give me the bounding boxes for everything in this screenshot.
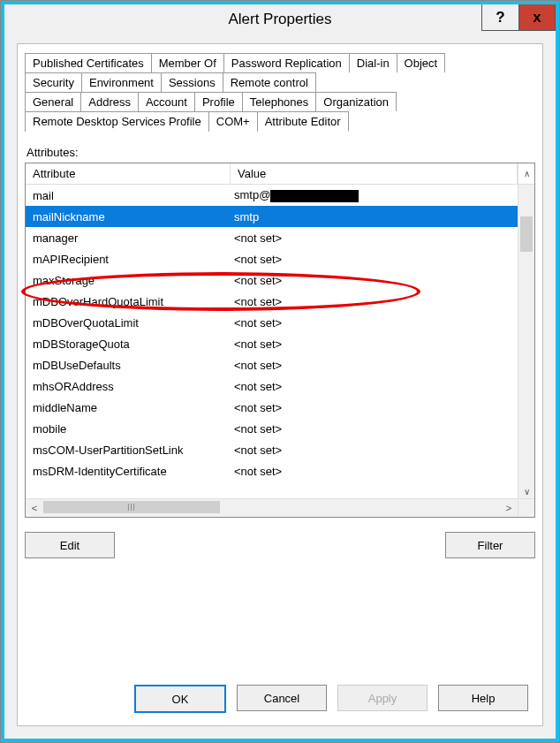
attributes-listview[interactable]: Attribute Value ∧ mailsmtp@mailNicknames… [25, 163, 535, 518]
tab-profile[interactable]: Profile [194, 92, 243, 111]
dialog-inner: Published Certificates Member Of Passwor… [17, 43, 543, 726]
cell-attribute: manager [26, 231, 231, 245]
cell-value: <not set> [231, 337, 518, 351]
tab-com-plus[interactable]: COM+ [208, 111, 258, 132]
cancel-button[interactable]: Cancel [237, 685, 327, 711]
dialog-buttons: OK Cancel Apply Help [25, 674, 535, 716]
tab-password-replication[interactable]: Password Replication [223, 53, 350, 72]
tab-security[interactable]: Security [25, 72, 82, 92]
hscroll-thumb[interactable]: lll [43, 501, 220, 513]
dialog-window: Alert Properties ? x Published Certifica… [1, 1, 559, 742]
cell-value: smtp@ [231, 188, 518, 202]
window-title: Alert Properties [4, 4, 556, 34]
tab-object[interactable]: Object [397, 53, 446, 72]
cell-value: <not set> [231, 231, 518, 245]
cell-attribute: mAPIRecipient [26, 253, 231, 266]
edit-button[interactable]: Edit [25, 532, 115, 558]
cell-attribute: maxStorage [26, 274, 231, 287]
content-area: Published Certificates Member Of Passwor… [4, 34, 556, 739]
cell-value: <not set> [231, 253, 518, 266]
vscroll-thumb[interactable] [520, 216, 533, 252]
table-row[interactable]: manager<not set> [26, 227, 518, 248]
horizontal-scrollbar[interactable]: < lll > [26, 498, 534, 517]
column-header-attribute[interactable]: Attribute [26, 163, 231, 184]
cell-value: <not set> [231, 359, 518, 372]
table-row[interactable]: mDBOverQuotaLimit<not set> [26, 312, 518, 333]
listview-rows: mailsmtp@mailNicknamesmtpmanager<not set… [26, 185, 518, 499]
scroll-left-icon[interactable]: < [26, 499, 43, 517]
cell-attribute: msCOM-UserPartitionSetLink [26, 444, 231, 457]
listview-body: mailsmtp@mailNicknamesmtpmanager<not set… [26, 185, 534, 517]
tab-account[interactable]: Account [138, 92, 195, 111]
cell-attribute: mailNickname [26, 210, 231, 224]
cell-value: <not set> [231, 380, 518, 393]
title-buttons: ? x [481, 4, 556, 31]
tab-member-of[interactable]: Member Of [151, 53, 224, 72]
table-row[interactable]: maxStorage<not set> [26, 269, 518, 291]
tab-strip: Published Certificates Member Of Passwor… [25, 53, 535, 132]
table-row[interactable]: middleName<not set> [26, 397, 518, 418]
cell-attribute: mDBOverQuotaLimit [26, 316, 231, 330]
attributes-label: Attributes: [26, 146, 535, 159]
cell-value: smtp [231, 210, 518, 224]
tab-remote-control[interactable]: Remote control [223, 72, 316, 92]
scroll-right-icon[interactable]: > [500, 499, 518, 517]
cell-attribute: mDBOverHardQuotaLimit [26, 295, 231, 308]
filter-button[interactable]: Filter [445, 532, 535, 558]
cell-value: <not set> [231, 444, 518, 457]
close-button[interactable]: x [518, 4, 556, 31]
scroll-corner [518, 499, 534, 517]
tab-rds-profile[interactable]: Remote Desktop Services Profile [25, 111, 209, 132]
vertical-scrollbar[interactable]: ∨ [518, 185, 534, 499]
tab-general[interactable]: General [25, 92, 81, 111]
table-row[interactable]: msDRM-IdentityCertificate<not set> [26, 460, 518, 481]
cell-attribute: middleName [26, 401, 231, 414]
table-row[interactable]: mDBStorageQuota<not set> [26, 333, 518, 354]
cell-attribute: mDBUseDefaults [26, 359, 231, 372]
ok-button[interactable]: OK [134, 685, 226, 713]
tab-environment[interactable]: Environment [81, 72, 162, 92]
help-button-bottom[interactable]: Help [438, 685, 528, 711]
table-row[interactable]: mailNicknamesmtp [26, 206, 518, 227]
table-row[interactable]: mAPIRecipient<not set> [26, 248, 518, 269]
cell-attribute: mDBStorageQuota [26, 337, 231, 351]
table-row[interactable]: mDBUseDefaults<not set> [26, 354, 518, 375]
redacted-text [270, 190, 359, 202]
tab-sessions[interactable]: Sessions [161, 72, 223, 92]
tab-dial-in[interactable]: Dial-in [349, 53, 397, 72]
table-row[interactable]: mobile<not set> [26, 418, 518, 439]
cell-value: <not set> [231, 422, 518, 436]
tab-organization[interactable]: Organization [315, 92, 397, 111]
scroll-up-icon[interactable]: ∧ [518, 163, 534, 184]
cell-value: <not set> [231, 401, 518, 414]
tab-address[interactable]: Address [80, 92, 139, 111]
cell-attribute: mhsORAddress [26, 380, 231, 393]
cell-value: <not set> [231, 274, 518, 287]
table-row[interactable]: mDBOverHardQuotaLimit<not set> [26, 291, 518, 312]
cell-attribute: msDRM-IdentityCertificate [26, 465, 231, 478]
hscroll-track[interactable]: lll [43, 499, 500, 517]
help-button[interactable]: ? [481, 4, 518, 31]
table-row[interactable]: mhsORAddress<not set> [26, 375, 518, 397]
table-row[interactable]: mailsmtp@ [26, 185, 518, 206]
cell-value: <not set> [231, 295, 518, 308]
cell-attribute: mobile [26, 422, 231, 436]
close-icon: x [533, 9, 541, 27]
listview-header: Attribute Value ∧ [26, 163, 534, 185]
cell-value: <not set> [231, 465, 518, 478]
cell-value: <not set> [231, 316, 518, 330]
scroll-down-icon[interactable]: ∨ [518, 483, 534, 499]
titlebar: Alert Properties ? x [4, 4, 556, 34]
column-header-value[interactable]: Value [231, 163, 518, 184]
apply-button: Apply [337, 685, 428, 711]
tab-published-certificates[interactable]: Published Certificates [25, 53, 152, 72]
table-row[interactable]: msCOM-UserPartitionSetLink<not set> [26, 439, 518, 460]
tab-attribute-editor[interactable]: Attribute Editor [257, 111, 349, 132]
tab-telephones[interactable]: Telephones [242, 92, 317, 111]
cell-attribute: mail [26, 189, 231, 202]
help-icon: ? [496, 9, 504, 27]
